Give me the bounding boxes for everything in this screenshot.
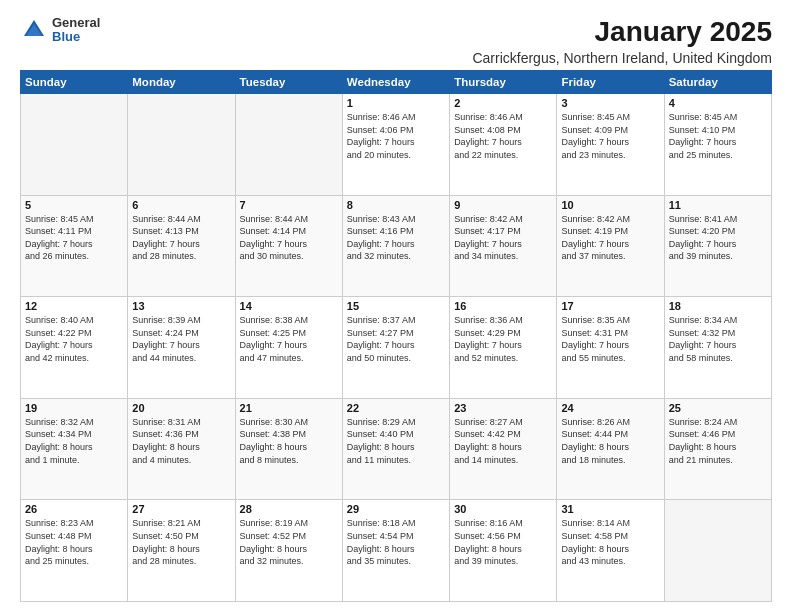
- table-row: 11Sunrise: 8:41 AM Sunset: 4:20 PM Dayli…: [664, 195, 771, 297]
- day-number: 21: [240, 402, 338, 414]
- table-row: 23Sunrise: 8:27 AM Sunset: 4:42 PM Dayli…: [450, 398, 557, 500]
- day-number: 11: [669, 199, 767, 211]
- logo: General Blue: [20, 16, 100, 45]
- day-info: Sunrise: 8:18 AM Sunset: 4:54 PM Dayligh…: [347, 517, 445, 567]
- table-row: 18Sunrise: 8:34 AM Sunset: 4:32 PM Dayli…: [664, 297, 771, 399]
- table-row: 24Sunrise: 8:26 AM Sunset: 4:44 PM Dayli…: [557, 398, 664, 500]
- day-number: 17: [561, 300, 659, 312]
- day-info: Sunrise: 8:14 AM Sunset: 4:58 PM Dayligh…: [561, 517, 659, 567]
- table-row: 13Sunrise: 8:39 AM Sunset: 4:24 PM Dayli…: [128, 297, 235, 399]
- table-row: 19Sunrise: 8:32 AM Sunset: 4:34 PM Dayli…: [21, 398, 128, 500]
- day-number: 20: [132, 402, 230, 414]
- day-info: Sunrise: 8:35 AM Sunset: 4:31 PM Dayligh…: [561, 314, 659, 364]
- day-number: 6: [132, 199, 230, 211]
- day-info: Sunrise: 8:41 AM Sunset: 4:20 PM Dayligh…: [669, 213, 767, 263]
- day-number: 23: [454, 402, 552, 414]
- day-number: 13: [132, 300, 230, 312]
- day-number: 4: [669, 97, 767, 109]
- day-info: Sunrise: 8:43 AM Sunset: 4:16 PM Dayligh…: [347, 213, 445, 263]
- table-row: 1Sunrise: 8:46 AM Sunset: 4:06 PM Daylig…: [342, 94, 449, 196]
- day-number: 22: [347, 402, 445, 414]
- day-number: 7: [240, 199, 338, 211]
- table-row: 15Sunrise: 8:37 AM Sunset: 4:27 PM Dayli…: [342, 297, 449, 399]
- day-number: 26: [25, 503, 123, 515]
- table-row: 28Sunrise: 8:19 AM Sunset: 4:52 PM Dayli…: [235, 500, 342, 602]
- table-row: 6Sunrise: 8:44 AM Sunset: 4:13 PM Daylig…: [128, 195, 235, 297]
- table-row: [664, 500, 771, 602]
- table-row: [21, 94, 128, 196]
- title-block: January 2025 Carrickfergus, Northern Ire…: [472, 16, 772, 66]
- day-info: Sunrise: 8:40 AM Sunset: 4:22 PM Dayligh…: [25, 314, 123, 364]
- logo-blue-label: Blue: [52, 30, 100, 44]
- table-row: 21Sunrise: 8:30 AM Sunset: 4:38 PM Dayli…: [235, 398, 342, 500]
- day-number: 16: [454, 300, 552, 312]
- day-info: Sunrise: 8:16 AM Sunset: 4:56 PM Dayligh…: [454, 517, 552, 567]
- day-info: Sunrise: 8:26 AM Sunset: 4:44 PM Dayligh…: [561, 416, 659, 466]
- day-info: Sunrise: 8:44 AM Sunset: 4:13 PM Dayligh…: [132, 213, 230, 263]
- calendar-week-row: 1Sunrise: 8:46 AM Sunset: 4:06 PM Daylig…: [21, 94, 772, 196]
- calendar-week-row: 19Sunrise: 8:32 AM Sunset: 4:34 PM Dayli…: [21, 398, 772, 500]
- day-info: Sunrise: 8:45 AM Sunset: 4:11 PM Dayligh…: [25, 213, 123, 263]
- day-number: 5: [25, 199, 123, 211]
- day-number: 25: [669, 402, 767, 414]
- table-row: 10Sunrise: 8:42 AM Sunset: 4:19 PM Dayli…: [557, 195, 664, 297]
- day-info: Sunrise: 8:45 AM Sunset: 4:09 PM Dayligh…: [561, 111, 659, 161]
- table-row: 20Sunrise: 8:31 AM Sunset: 4:36 PM Dayli…: [128, 398, 235, 500]
- table-row: [128, 94, 235, 196]
- day-number: 1: [347, 97, 445, 109]
- day-number: 18: [669, 300, 767, 312]
- table-row: 26Sunrise: 8:23 AM Sunset: 4:48 PM Dayli…: [21, 500, 128, 602]
- table-row: 4Sunrise: 8:45 AM Sunset: 4:10 PM Daylig…: [664, 94, 771, 196]
- calendar-week-row: 26Sunrise: 8:23 AM Sunset: 4:48 PM Dayli…: [21, 500, 772, 602]
- table-row: 29Sunrise: 8:18 AM Sunset: 4:54 PM Dayli…: [342, 500, 449, 602]
- day-info: Sunrise: 8:42 AM Sunset: 4:19 PM Dayligh…: [561, 213, 659, 263]
- main-title: January 2025: [472, 16, 772, 48]
- header-thursday: Thursday: [450, 71, 557, 94]
- day-number: 28: [240, 503, 338, 515]
- page: General Blue January 2025 Carrickfergus,…: [0, 0, 792, 612]
- day-info: Sunrise: 8:19 AM Sunset: 4:52 PM Dayligh…: [240, 517, 338, 567]
- day-info: Sunrise: 8:30 AM Sunset: 4:38 PM Dayligh…: [240, 416, 338, 466]
- table-row: 5Sunrise: 8:45 AM Sunset: 4:11 PM Daylig…: [21, 195, 128, 297]
- day-info: Sunrise: 8:31 AM Sunset: 4:36 PM Dayligh…: [132, 416, 230, 466]
- day-info: Sunrise: 8:36 AM Sunset: 4:29 PM Dayligh…: [454, 314, 552, 364]
- header-monday: Monday: [128, 71, 235, 94]
- day-number: 14: [240, 300, 338, 312]
- table-row: 25Sunrise: 8:24 AM Sunset: 4:46 PM Dayli…: [664, 398, 771, 500]
- table-row: 31Sunrise: 8:14 AM Sunset: 4:58 PM Dayli…: [557, 500, 664, 602]
- day-number: 3: [561, 97, 659, 109]
- logo-icon: [20, 16, 48, 44]
- header-sunday: Sunday: [21, 71, 128, 94]
- day-number: 27: [132, 503, 230, 515]
- table-row: 17Sunrise: 8:35 AM Sunset: 4:31 PM Dayli…: [557, 297, 664, 399]
- day-number: 24: [561, 402, 659, 414]
- day-number: 12: [25, 300, 123, 312]
- logo-text: General Blue: [52, 16, 100, 45]
- calendar-table: Sunday Monday Tuesday Wednesday Thursday…: [20, 70, 772, 602]
- day-info: Sunrise: 8:32 AM Sunset: 4:34 PM Dayligh…: [25, 416, 123, 466]
- table-row: 30Sunrise: 8:16 AM Sunset: 4:56 PM Dayli…: [450, 500, 557, 602]
- day-info: Sunrise: 8:38 AM Sunset: 4:25 PM Dayligh…: [240, 314, 338, 364]
- header-wednesday: Wednesday: [342, 71, 449, 94]
- table-row: 2Sunrise: 8:46 AM Sunset: 4:08 PM Daylig…: [450, 94, 557, 196]
- day-number: 10: [561, 199, 659, 211]
- header-friday: Friday: [557, 71, 664, 94]
- day-info: Sunrise: 8:46 AM Sunset: 4:08 PM Dayligh…: [454, 111, 552, 161]
- table-row: 8Sunrise: 8:43 AM Sunset: 4:16 PM Daylig…: [342, 195, 449, 297]
- day-info: Sunrise: 8:23 AM Sunset: 4:48 PM Dayligh…: [25, 517, 123, 567]
- day-info: Sunrise: 8:45 AM Sunset: 4:10 PM Dayligh…: [669, 111, 767, 161]
- header-tuesday: Tuesday: [235, 71, 342, 94]
- day-info: Sunrise: 8:29 AM Sunset: 4:40 PM Dayligh…: [347, 416, 445, 466]
- calendar-week-row: 12Sunrise: 8:40 AM Sunset: 4:22 PM Dayli…: [21, 297, 772, 399]
- day-number: 15: [347, 300, 445, 312]
- table-row: 14Sunrise: 8:38 AM Sunset: 4:25 PM Dayli…: [235, 297, 342, 399]
- logo-general-label: General: [52, 16, 100, 30]
- table-row: 3Sunrise: 8:45 AM Sunset: 4:09 PM Daylig…: [557, 94, 664, 196]
- table-row: 22Sunrise: 8:29 AM Sunset: 4:40 PM Dayli…: [342, 398, 449, 500]
- day-number: 2: [454, 97, 552, 109]
- day-number: 30: [454, 503, 552, 515]
- day-number: 8: [347, 199, 445, 211]
- header-saturday: Saturday: [664, 71, 771, 94]
- day-info: Sunrise: 8:44 AM Sunset: 4:14 PM Dayligh…: [240, 213, 338, 263]
- day-number: 9: [454, 199, 552, 211]
